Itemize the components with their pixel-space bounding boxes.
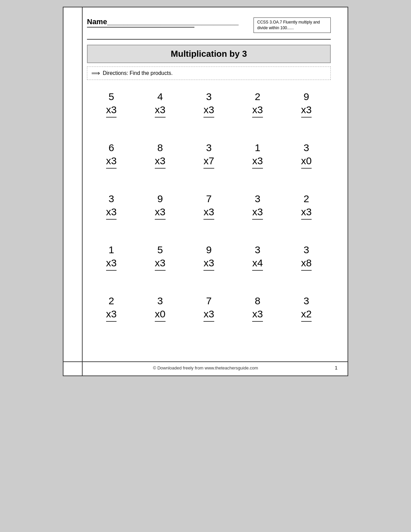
top-number-r2-c3: 3	[206, 141, 212, 154]
top-number-r5-c5: 3	[304, 294, 309, 307]
bottom-number-r2-c2: x3	[155, 154, 166, 169]
problem-cell-r2-c5: 3x0	[282, 138, 331, 172]
top-number-r2-c1: 6	[108, 141, 114, 154]
problem-row-1: 5x34x33x32x39x3	[87, 87, 331, 121]
problem-cell-r2-c1: 6x3	[87, 138, 136, 172]
bottom-number-r5-c1: x3	[106, 307, 117, 322]
left-margin-border	[82, 7, 83, 375]
bottom-number-r3-c1: x3	[106, 205, 117, 220]
problem-cell-r5-c1: 2x3	[87, 291, 136, 325]
top-number-r5-c3: 7	[206, 294, 212, 307]
bottom-number-r4-c5: x8	[301, 256, 312, 271]
problem-cell-r1-c3: 3x3	[184, 87, 233, 121]
directions-box: ⟹ Directions: Find the products.	[87, 66, 331, 80]
problem-cell-r2-c3: 3x7	[184, 138, 233, 172]
arrow-icon: ⟹	[91, 70, 100, 77]
problem-cell-r3-c3: 7x3	[184, 189, 233, 223]
problem-row-5: 2x33x07x38x33x2	[87, 291, 331, 325]
top-number-r4-c3: 9	[206, 243, 212, 256]
bottom-number-r3-c4: x3	[252, 205, 263, 220]
problem-cell-r3-c2: 9x3	[136, 189, 184, 223]
footer: © Downloaded freely from www.theteachers…	[63, 365, 348, 370]
problem-cell-r4-c5: 3x8	[282, 240, 331, 274]
top-number-r5-c2: 3	[157, 294, 163, 307]
ccss-text: CCSS 3.OA.7 Fluently multiply and divide…	[257, 20, 320, 30]
problem-cell-r3-c1: 3x3	[87, 189, 136, 223]
problems-section: 5x34x33x32x39x36x38x33x71x33x03x39x37x33…	[87, 87, 331, 325]
bottom-number-r3-c3: x3	[203, 205, 214, 220]
problem-cell-r5-c4: 8x3	[233, 291, 282, 325]
top-number-r1-c3: 3	[206, 90, 212, 103]
bottom-number-r1-c1: x3	[106, 103, 117, 118]
bottom-number-r5-c3: x3	[203, 307, 214, 322]
bottom-number-r5-c5: x2	[301, 307, 312, 322]
bottom-number-r5-c4: x3	[252, 307, 263, 322]
footer-copyright: © Downloaded freely from www.theteachers…	[153, 365, 258, 370]
top-number-r4-c5: 3	[304, 243, 309, 256]
bottom-number-r2-c5: x0	[301, 154, 312, 169]
bottom-number-r4-c2: x3	[155, 256, 166, 271]
top-number-r4-c4: 3	[255, 243, 261, 256]
problem-cell-r3-c5: 2x3	[282, 189, 331, 223]
directions-text: Directions: Find the products.	[103, 70, 173, 76]
problem-cell-r1-c5: 9x3	[282, 87, 331, 121]
problem-cell-r5-c3: 7x3	[184, 291, 233, 325]
bottom-number-r5-c2: x0	[155, 307, 166, 322]
footer-page-number: 1	[335, 365, 337, 370]
ccss-standard-box: CCSS 3.OA.7 Fluently multiply and divide…	[254, 17, 331, 33]
top-number-r5-c4: 8	[255, 294, 261, 307]
top-divider	[87, 39, 331, 40]
bottom-number-r2-c4: x3	[252, 154, 263, 169]
bottom-number-r1-c4: x3	[252, 103, 263, 118]
problem-cell-r2-c4: 1x3	[233, 138, 282, 172]
problem-row-3: 3x39x37x33x32x3	[87, 189, 331, 223]
top-number-r2-c2: 8	[157, 141, 163, 154]
bottom-number-r1-c3: x3	[203, 103, 214, 118]
problem-cell-r1-c2: 4x3	[136, 87, 184, 121]
problem-cell-r5-c5: 3x2	[282, 291, 331, 325]
top-number-r3-c3: 7	[206, 192, 212, 205]
bottom-number-r2-c1: x3	[106, 154, 117, 169]
bottom-number-r4-c4: x4	[252, 256, 263, 271]
top-number-r5-c1: 2	[108, 294, 114, 307]
bottom-number-r2-c3: x7	[203, 154, 214, 169]
problem-cell-r4-c4: 3x4	[233, 240, 282, 274]
top-number-r3-c5: 2	[304, 192, 309, 205]
problem-cell-r1-c4: 2x3	[233, 87, 282, 121]
problem-row-4: 1x35x39x33x43x8	[87, 240, 331, 274]
top-number-r2-c5: 3	[304, 141, 309, 154]
bottom-number-r1-c5: x3	[301, 103, 312, 118]
bottom-number-r3-c2: x3	[155, 205, 166, 220]
problem-cell-r4-c2: 5x3	[136, 240, 184, 274]
bottom-number-r4-c1: x3	[106, 256, 117, 271]
problem-cell-r4-c1: 1x3	[87, 240, 136, 274]
top-number-r1-c5: 9	[304, 90, 309, 103]
problem-row-2: 6x38x33x71x33x0	[87, 138, 331, 172]
bottom-number-r1-c2: x3	[155, 103, 166, 118]
problem-cell-r5-c2: 3x0	[136, 291, 184, 325]
name-underline: ________________________________	[107, 17, 239, 26]
bottom-number-r4-c3: x3	[203, 256, 214, 271]
top-number-r4-c1: 1	[108, 243, 114, 256]
problem-cell-r2-c2: 8x3	[136, 138, 184, 172]
top-number-r3-c4: 3	[255, 192, 261, 205]
top-number-r2-c4: 1	[255, 141, 261, 154]
top-number-r3-c2: 9	[157, 192, 163, 205]
top-number-r1-c1: 5	[108, 90, 114, 103]
name-field: Name________________________________	[87, 17, 194, 28]
name-label: Name	[87, 17, 107, 26]
bottom-number-r3-c5: x3	[301, 205, 312, 220]
worksheet-page: Name________________________________ CCS…	[63, 7, 348, 376]
problem-cell-r3-c4: 3x3	[233, 189, 282, 223]
worksheet-title: Multiplication by 3	[87, 45, 331, 63]
top-number-r4-c2: 5	[157, 243, 163, 256]
top-number-r3-c1: 3	[108, 192, 114, 205]
bottom-divider	[63, 361, 348, 362]
problem-cell-r4-c3: 9x3	[184, 240, 233, 274]
header-section: Name________________________________ CCS…	[87, 17, 331, 33]
top-number-r1-c4: 2	[255, 90, 261, 103]
top-number-r1-c2: 4	[157, 90, 163, 103]
problem-cell-r1-c1: 5x3	[87, 87, 136, 121]
